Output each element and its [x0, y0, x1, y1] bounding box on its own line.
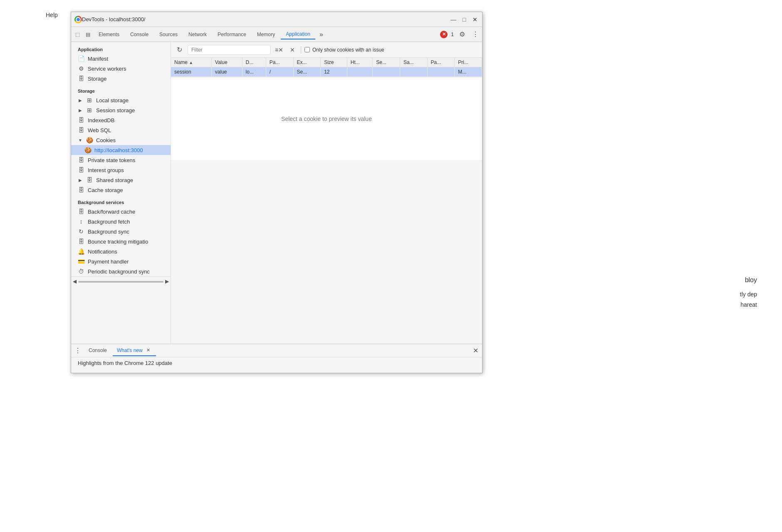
session-storage-expand-icon[interactable]: ▶ [78, 108, 83, 113]
sidebar-item-background-fetch[interactable]: ↕ Background fetch [71, 217, 171, 227]
sidebar-background-sync-label: Background sync [88, 229, 129, 235]
only-show-issues-checkbox[interactable] [304, 47, 310, 52]
tab-application[interactable]: Application [281, 30, 315, 39]
tab-network[interactable]: Network [183, 30, 212, 39]
settings-button[interactable]: ⚙ [457, 30, 467, 39]
cache-storage-icon: 🗄 [78, 187, 84, 193]
devtools-window: DevTools - localhost:3000/ — □ ✕ ⬚ ▤ Ele… [71, 12, 483, 373]
sidebar-item-private-state-tokens[interactable]: 🗄 Private state tokens [71, 155, 171, 165]
local-storage-expand-icon[interactable]: ▶ [78, 98, 83, 103]
sidebar-item-web-sql[interactable]: 🗄 Web SQL [71, 125, 171, 135]
title-bar-title: DevTools - localhost:3000/ [82, 16, 450, 22]
sidebar-private-state-tokens-label: Private state tokens [88, 157, 135, 163]
whats-new-tab-label: What's new [117, 347, 143, 353]
sidebar-item-service-workers[interactable]: ⚙ Service workers [71, 64, 171, 74]
close-filter-icon[interactable]: ✕ [287, 45, 297, 55]
payment-handler-icon: 💳 [78, 258, 84, 265]
error-badge[interactable]: ✕ [440, 31, 448, 38]
bottom-panel: ⋮ Console What's new ✕ ✕ Highlights from… [71, 344, 482, 373]
sidebar-item-cookies-url[interactable]: 🍪 http://localhost:3000 [71, 145, 171, 155]
sidebar: Application 📄 Manifest ⚙ Service workers… [71, 42, 171, 344]
bottom-tab-whats-new[interactable]: What's new ✕ [113, 345, 156, 356]
sidebar-cookies-url-label: http://localhost:3000 [94, 147, 143, 153]
sidebar-item-cookies[interactable]: ▼ 🍪 Cookies [71, 135, 171, 145]
bottom-panel-close-button[interactable]: ✕ [470, 346, 480, 356]
cell-7 [373, 67, 400, 77]
sidebar-item-back-forward-cache[interactable]: 🗄 Back/forward cache [71, 207, 171, 217]
only-show-issues-label[interactable]: Only show cookies with an issue [304, 47, 384, 53]
col-header-name[interactable]: Name ▲ [171, 58, 211, 67]
col-header-samesite[interactable]: Sa... [400, 58, 427, 67]
col-header-domain[interactable]: D... [242, 58, 266, 67]
col-header-size[interactable]: Size [321, 58, 347, 67]
tab-console[interactable]: Console [125, 30, 153, 39]
bottom-tabs: ⋮ Console What's new ✕ ✕ [71, 344, 482, 357]
col-header-value[interactable]: Value [211, 58, 242, 67]
cell-9 [427, 67, 455, 77]
manifest-icon: 📄 [78, 55, 84, 62]
more-options-button[interactable]: ⋮ [470, 30, 480, 39]
bg-text-bloy: bloy [745, 276, 757, 284]
sidebar-item-periodic-bg-sync[interactable]: ⏱ Periodic background sync [71, 266, 171, 276]
cell-0: session [171, 67, 211, 77]
col-header-expires[interactable]: Ex... [293, 58, 321, 67]
tab-elements[interactable]: Elements [94, 30, 124, 39]
private-state-tokens-icon: 🗄 [78, 157, 84, 163]
shared-storage-expand-icon[interactable]: ▶ [78, 177, 83, 182]
interest-groups-icon: 🗄 [78, 167, 84, 173]
table-row[interactable]: sessionvaluelo.../Se...12M... [171, 67, 482, 77]
bottom-tab-console[interactable]: Console [84, 346, 111, 356]
sidebar-item-local-storage[interactable]: ▶ ⊞ Local storage [71, 95, 171, 105]
sidebar-scroll-right[interactable]: ▶ [165, 278, 169, 285]
tab-bar: ⬚ ▤ Elements Console Sources Network Per… [71, 27, 482, 42]
sidebar-storage-title: Storage [71, 84, 171, 95]
sidebar-item-payment-handler[interactable]: 💳 Payment handler [71, 256, 171, 266]
sidebar-item-manifest[interactable]: 📄 Manifest [71, 54, 171, 64]
whats-new-close-button[interactable]: ✕ [145, 347, 152, 354]
cookies-expand-icon[interactable]: ▼ [78, 138, 83, 143]
cookies-url-icon: 🍪 [84, 147, 91, 153]
filter-input[interactable] [188, 45, 271, 55]
close-button[interactable]: ✕ [471, 16, 479, 23]
sidebar-scrollbar[interactable] [78, 281, 163, 283]
tab-memory[interactable]: Memory [252, 30, 280, 39]
cell-8 [400, 67, 427, 77]
tab-sources[interactable]: Sources [154, 30, 183, 39]
sidebar-item-session-storage[interactable]: ▶ ⊞ Session storage [71, 105, 171, 115]
notifications-icon: 🔔 [78, 248, 84, 255]
console-tab-label: Console [89, 347, 107, 353]
col-header-priority[interactable]: Pri... [455, 58, 482, 67]
cookies-icon: 🍪 [86, 137, 93, 143]
sidebar-periodic-bg-sync-label: Periodic background sync [88, 268, 150, 275]
cursor-icon[interactable]: ⬚ [73, 30, 82, 39]
sidebar-item-cache-storage[interactable]: 🗄 Cache storage [71, 185, 171, 195]
clear-filter-icon[interactable]: ≡✕ [274, 45, 284, 55]
sidebar-item-background-sync[interactable]: ↻ Background sync [71, 227, 171, 236]
maximize-button[interactable]: □ [460, 16, 468, 23]
responsive-icon[interactable]: ▤ [83, 30, 93, 39]
sidebar-item-notifications[interactable]: 🔔 Notifications [71, 246, 171, 256]
bottom-content: Highlights from the Chrome 122 update [71, 357, 482, 369]
sidebar-item-storage-overview[interactable]: 🗄 Storage [71, 74, 171, 84]
main-content: Application 📄 Manifest ⚙ Service workers… [71, 42, 482, 344]
refresh-button[interactable]: ↻ [174, 45, 184, 55]
col-header-httponly[interactable]: Ht... [347, 58, 372, 67]
sidebar-item-interest-groups[interactable]: 🗄 Interest groups [71, 165, 171, 175]
sidebar-interest-groups-label: Interest groups [88, 167, 124, 173]
more-tabs-button[interactable]: » [316, 29, 327, 40]
col-header-path[interactable]: Pa... [266, 58, 293, 67]
only-show-issues-text: Only show cookies with an issue [312, 47, 384, 53]
bottom-tab-menu-button[interactable]: ⋮ [73, 346, 83, 356]
sidebar-scroll-left[interactable]: ◀ [73, 278, 77, 285]
col-header-secure[interactable]: Se... [373, 58, 400, 67]
sidebar-item-indexeddb[interactable]: 🗄 IndexedDB [71, 115, 171, 125]
tab-performance[interactable]: Performance [213, 30, 251, 39]
col-header-partitioned[interactable]: Pa... [427, 58, 455, 67]
sidebar-item-shared-storage[interactable]: ▶ 🗄 Shared storage [71, 175, 171, 185]
cookie-table-wrapper: Name ▲ Value D... Pa... Ex... Size Ht...… [171, 58, 482, 344]
minimize-button[interactable]: — [450, 16, 457, 23]
right-panel: ↻ ≡✕ ✕ Only show cookies with an issue N… [171, 42, 482, 344]
sidebar-back-forward-cache-label: Back/forward cache [88, 209, 135, 215]
storage-overview-icon: 🗄 [78, 75, 84, 82]
sidebar-item-bounce-tracking[interactable]: 🗄 Bounce tracking mitigatio [71, 236, 171, 246]
